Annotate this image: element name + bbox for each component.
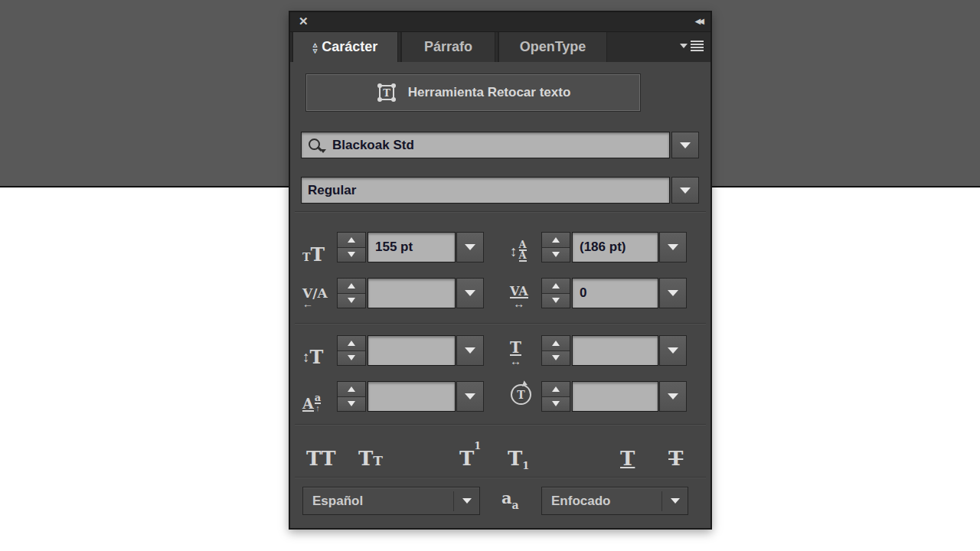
underline-button[interactable]: T bbox=[620, 434, 654, 468]
chevron-down-icon bbox=[680, 187, 691, 194]
font-size-icon: TT bbox=[302, 233, 325, 262]
subscript-button[interactable]: T1 bbox=[508, 434, 541, 468]
chevron-down-icon bbox=[462, 498, 472, 504]
baseline-shift-input[interactable] bbox=[368, 381, 456, 412]
language-select[interactable]: Español bbox=[302, 487, 480, 515]
leading-stepper[interactable] bbox=[541, 232, 570, 262]
tab-opentype-label: OpenType bbox=[520, 39, 586, 55]
chevron-down-icon bbox=[680, 142, 691, 148]
panel-menu-triangle bbox=[680, 44, 688, 48]
section-divider bbox=[295, 323, 706, 324]
small-caps-button[interactable]: TT bbox=[358, 434, 392, 468]
character-rotation-input[interactable] bbox=[572, 381, 658, 412]
tracking-dropdown-button[interactable] bbox=[659, 278, 687, 308]
panel-options-expander-icon[interactable]: ▵▿ bbox=[313, 41, 318, 54]
section-divider bbox=[295, 424, 706, 425]
svg-text:T: T bbox=[383, 87, 390, 99]
screen: ✕ ◀◀ ▵▿ Carácter Párrafo OpenType bbox=[0, 0, 980, 551]
chevron-down-icon bbox=[671, 498, 680, 504]
section-divider bbox=[295, 211, 706, 212]
anti-alias-icon: a a bbox=[501, 490, 519, 514]
font-size-stepper[interactable] bbox=[337, 232, 366, 262]
font-family-dropdown-button[interactable] bbox=[671, 132, 699, 158]
all-caps-button[interactable]: TT bbox=[306, 434, 340, 468]
touch-type-tool-icon: T bbox=[376, 82, 397, 103]
font-family-value: Blackoak Std bbox=[332, 138, 414, 153]
font-style-dropdown-button[interactable] bbox=[671, 177, 699, 204]
horizontal-scale-stepper[interactable] bbox=[541, 335, 570, 366]
tab-opentype[interactable]: OpenType bbox=[498, 32, 607, 62]
tab-paragraph[interactable]: Párrafo bbox=[400, 32, 495, 62]
tracking-icon: VA ↔ bbox=[510, 279, 528, 308]
baseline-shift-icon: A a ↑ bbox=[302, 383, 321, 412]
tab-character-label: Carácter bbox=[322, 39, 377, 55]
panel-menu-icon[interactable] bbox=[680, 41, 704, 51]
font-family-input[interactable]: Blackoak Std bbox=[301, 132, 670, 158]
superscript-button[interactable]: T1 bbox=[459, 434, 493, 468]
character-panel: ✕ ◀◀ ▵▿ Carácter Párrafo OpenType bbox=[289, 11, 712, 530]
font-style-input[interactable]: Regular bbox=[301, 177, 670, 204]
strikethrough-button[interactable]: T bbox=[668, 434, 702, 468]
character-rotation-icon: T bbox=[511, 384, 531, 405]
collapse-to-icons-icon[interactable]: ◀◀ bbox=[695, 17, 702, 26]
search-icon bbox=[308, 137, 325, 154]
panel-titlebar[interactable]: ✕ ◀◀ bbox=[290, 12, 710, 32]
language-value: Español bbox=[303, 494, 453, 509]
vertical-scale-dropdown-button[interactable] bbox=[456, 335, 484, 366]
character-rotation-stepper[interactable] bbox=[541, 381, 570, 412]
vertical-scale-input[interactable] bbox=[368, 335, 456, 366]
leading-input[interactable]: (186 pt) bbox=[572, 232, 658, 262]
anti-alias-value: Enfocado bbox=[542, 494, 662, 509]
vertical-scale-icon: ↕ T bbox=[302, 337, 323, 366]
leading-icon: ↕ A A bbox=[510, 233, 527, 262]
font-size-dropdown-button[interactable] bbox=[456, 232, 484, 262]
touch-type-tool-button[interactable]: T Herramienta Retocar texto bbox=[306, 74, 640, 111]
character-rotation-dropdown-button[interactable] bbox=[659, 381, 687, 412]
panel-tabbar: ▵▿ Carácter Párrafo OpenType bbox=[290, 32, 710, 62]
leading-dropdown-button[interactable] bbox=[659, 232, 687, 262]
tab-paragraph-label: Párrafo bbox=[424, 39, 472, 55]
tracking-stepper[interactable] bbox=[541, 278, 570, 308]
tracking-input[interactable]: 0 bbox=[572, 278, 658, 308]
kerning-stepper[interactable] bbox=[337, 278, 366, 308]
tab-character[interactable]: ▵▿ Carácter bbox=[292, 32, 398, 62]
kerning-dropdown-button[interactable] bbox=[456, 278, 484, 308]
close-icon[interactable]: ✕ bbox=[299, 15, 309, 28]
section-divider bbox=[295, 477, 706, 478]
horizontal-scale-dropdown-button[interactable] bbox=[659, 335, 687, 366]
baseline-shift-stepper[interactable] bbox=[337, 381, 366, 412]
panel-menu-lines bbox=[691, 41, 704, 42]
kerning-icon: V/A ← bbox=[302, 279, 328, 308]
horizontal-scale-input[interactable] bbox=[572, 335, 658, 366]
horizontal-scale-icon: T ↔ bbox=[510, 337, 521, 366]
anti-alias-select[interactable]: Enfocado bbox=[541, 487, 688, 515]
baseline-shift-dropdown-button[interactable] bbox=[456, 381, 484, 412]
vertical-scale-stepper[interactable] bbox=[337, 335, 366, 366]
font-size-input[interactable]: 155 pt bbox=[368, 232, 456, 262]
font-style-value: Regular bbox=[308, 183, 356, 198]
touch-type-tool-label: Herramienta Retocar texto bbox=[408, 85, 571, 100]
kerning-input[interactable] bbox=[368, 278, 456, 308]
